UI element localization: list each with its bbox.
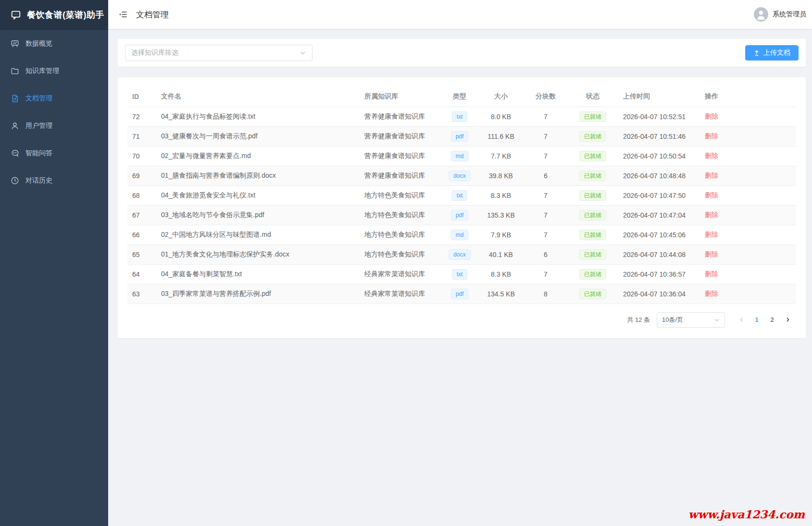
delete-link[interactable]: 删除	[705, 152, 718, 159]
delete-link[interactable]: 删除	[705, 132, 718, 140]
column-header-size: 大小	[478, 87, 524, 107]
status-badge: 已就绪	[579, 289, 606, 299]
table-row: 69 01_膳食指南与营养食谱编制原则.docx 营养健康食谱知识库 docx …	[127, 166, 796, 185]
upload-document-button[interactable]: 上传文档	[745, 45, 799, 61]
status-badge: 已就绪	[579, 210, 606, 220]
cell-upload-time: 2026-04-07 10:47:04	[618, 205, 700, 225]
type-badge: txt	[452, 190, 468, 201]
user-block[interactable]: 系统管理员	[754, 7, 806, 22]
delete-link[interactable]: 删除	[705, 270, 718, 278]
type-badge: pdf	[451, 210, 469, 220]
filter-placeholder: 选择知识库筛选	[131, 49, 178, 57]
delete-link[interactable]: 删除	[705, 290, 718, 297]
cell-filename: 02_中国地方风味分区与味型图谱.md	[156, 225, 360, 245]
page-button-2[interactable]: 2	[764, 312, 780, 328]
sidebar-item-dashboard[interactable]: 数据概览	[0, 30, 108, 57]
type-badge: md	[451, 151, 469, 161]
upload-icon	[753, 49, 760, 56]
type-badge: md	[451, 230, 469, 240]
delete-link[interactable]: 删除	[705, 211, 718, 219]
column-header-time: 上传时间	[618, 87, 700, 107]
filter-card: 选择知识库筛选 上传文档	[118, 39, 806, 67]
chat-bubble-logo-icon	[11, 10, 21, 20]
table-header-row: ID文件名所属知识库类型大小分块数状态上传时间操作	[127, 87, 796, 107]
cell-id: 69	[127, 166, 156, 185]
prev-page-icon[interactable]	[734, 312, 749, 328]
dashboard-icon	[11, 39, 19, 48]
user-name: 系统管理员	[773, 10, 806, 19]
cell-upload-time: 2026-04-07 10:45:06	[618, 225, 700, 245]
cell-knowledge-base: 地方特色美食知识库	[360, 185, 441, 205]
sidebar-item-knowledge[interactable]: 知识库管理	[0, 57, 108, 85]
type-badge: pdf	[451, 131, 469, 142]
cell-size: 40.1 KB	[478, 245, 524, 264]
chevron-down-icon	[300, 49, 306, 56]
delete-link[interactable]: 删除	[705, 171, 718, 179]
cell-size: 7.7 KB	[478, 146, 524, 166]
sidebar-item-label: 文档管理	[25, 94, 52, 103]
cell-id: 64	[127, 264, 156, 284]
status-badge: 已就绪	[579, 171, 606, 181]
delete-link[interactable]: 删除	[705, 191, 718, 199]
cell-upload-time: 2026-04-07 10:48:48	[618, 166, 700, 185]
type-badge: docx	[449, 171, 470, 181]
document-table: ID文件名所属知识库类型大小分块数状态上传时间操作 72 04_家庭执行与食品标…	[127, 87, 796, 304]
main-area: 文档管理 系统管理员 选择知识库筛选	[108, 0, 812, 526]
cell-knowledge-base: 经典家常菜谱知识库	[360, 284, 441, 304]
pagination-total: 共 12 条	[627, 316, 650, 324]
cell-filename: 04_家庭执行与食品标签阅读.txt	[156, 107, 360, 126]
cell-filename: 03_四季家常菜谱与营养搭配示例.pdf	[156, 284, 360, 304]
sidebar-item-label: 数据概览	[25, 39, 52, 48]
table-row: 66 02_中国地方风味分区与味型图谱.md 地方特色美食知识库 md 7.9 …	[127, 225, 796, 245]
cell-knowledge-base: 经典家常菜谱知识库	[360, 264, 441, 284]
cell-id: 71	[127, 126, 156, 146]
sidebar-fold-icon[interactable]	[118, 10, 128, 19]
cell-upload-time: 2026-04-07 10:44:08	[618, 245, 700, 264]
pagination: 共 12 条 10条/页 12	[127, 312, 796, 328]
cell-id: 72	[127, 107, 156, 126]
page-size-select[interactable]: 10条/页	[657, 312, 725, 328]
table-row: 72 04_家庭执行与食品标签阅读.txt 营养健康食谱知识库 txt 8.0 …	[127, 107, 796, 126]
sidebar-item-label: 用户管理	[25, 122, 52, 130]
folder-icon	[11, 67, 19, 75]
table-row: 64 04_家庭备餐与剩菜智慧.txt 经典家常菜谱知识库 txt 8.3 KB…	[127, 264, 796, 284]
sidebar-item-users[interactable]: 用户管理	[0, 112, 108, 139]
table-row: 67 03_地域名吃与节令食俗示意集.pdf 地方特色美食知识库 pdf 135…	[127, 205, 796, 225]
type-badge: docx	[449, 249, 470, 260]
cell-id: 63	[127, 284, 156, 304]
user-icon	[11, 122, 19, 130]
sidebar-item-documents[interactable]: 文档管理	[0, 85, 108, 112]
cell-knowledge-base: 营养健康食谱知识库	[360, 107, 441, 126]
delete-link[interactable]: 删除	[705, 231, 718, 238]
cell-size: 8.3 KB	[478, 264, 524, 284]
cell-size: 8.0 KB	[478, 107, 524, 126]
page-button-1[interactable]: 1	[749, 312, 764, 328]
delete-link[interactable]: 删除	[705, 250, 718, 258]
type-badge: txt	[452, 111, 468, 122]
chevron-down-icon	[714, 317, 720, 323]
status-badge: 已就绪	[579, 190, 606, 201]
cell-filename: 04_美食旅游觅食安全与礼仪.txt	[156, 185, 360, 205]
type-badge: txt	[452, 269, 468, 280]
app-title: 餐饮食谱(菜谱)助手	[27, 9, 104, 21]
knowledge-base-filter-select[interactable]: 选择知识库筛选	[125, 45, 312, 61]
cell-id: 68	[127, 185, 156, 205]
cell-id: 67	[127, 205, 156, 225]
next-page-icon[interactable]	[780, 312, 795, 328]
cell-id: 70	[127, 146, 156, 166]
cell-upload-time: 2026-04-07 10:36:57	[618, 264, 700, 284]
column-header-action: 操作	[700, 87, 796, 107]
cell-chunks: 6	[524, 166, 567, 185]
app-logo: 餐饮食谱(菜谱)助手	[0, 0, 108, 30]
sidebar-item-qa[interactable]: 智能问答	[0, 139, 108, 167]
delete-link[interactable]: 删除	[705, 112, 718, 120]
cell-size: 135.3 KB	[478, 205, 524, 225]
cell-id: 66	[127, 225, 156, 245]
status-badge: 已就绪	[579, 269, 606, 280]
cell-chunks: 7	[524, 225, 567, 245]
sidebar-item-history[interactable]: 对话历史	[0, 167, 108, 194]
cell-knowledge-base: 营养健康食谱知识库	[360, 126, 441, 146]
column-header-id: ID	[127, 87, 156, 107]
document-icon	[11, 94, 19, 103]
cell-upload-time: 2026-04-07 10:47:50	[618, 185, 700, 205]
